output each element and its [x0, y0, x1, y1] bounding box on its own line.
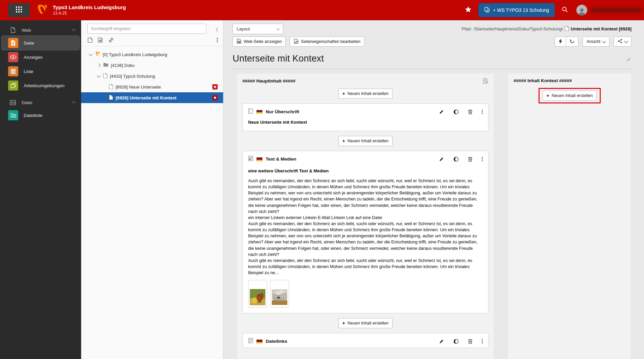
view-page-icon	[237, 39, 241, 45]
tree-node-neue-unterseite[interactable]: [6926] Neue Unterseite	[81, 81, 223, 92]
module-item-liste[interactable]: Liste	[0, 64, 81, 78]
trash-icon[interactable]	[468, 339, 473, 344]
copy-docs-icon	[484, 7, 490, 14]
tree-search-row	[81, 20, 223, 34]
more-options-kebab-icon[interactable]	[482, 111, 483, 112]
module-item-anzeigen[interactable]: Anzeigen	[0, 50, 81, 64]
tree-node-doku[interactable]: [4136] Doku	[81, 60, 223, 71]
page-icon	[109, 95, 113, 101]
visibility-toggle-icon[interactable]	[453, 339, 459, 344]
tree-more-options-button[interactable]	[217, 40, 218, 41]
site-title: Typo3 Landkreis Ludwigsburg	[53, 4, 126, 11]
lightning-icon	[558, 39, 563, 45]
edit-title-pencil-icon[interactable]	[626, 57, 631, 64]
new-content-button-bottom[interactable]: + Neuen Inhalt erstellen	[338, 318, 393, 328]
edit-pencil-icon[interactable]	[439, 109, 444, 114]
textmedia-content-type-icon	[248, 155, 253, 163]
user-avatar[interactable]	[576, 5, 587, 16]
module-menu-toggle-button[interactable]	[8, 3, 30, 17]
view-menu-button[interactable]: Ansicht	[582, 37, 610, 47]
module-item-seite[interactable]: Seite	[2, 36, 79, 50]
more-options-kebab-icon[interactable]	[482, 159, 483, 160]
visibility-toggle-icon[interactable]	[453, 157, 459, 162]
edit-page-properties-button[interactable]: Seiteneigenschaften bearbeiten	[290, 37, 364, 47]
tree-node-label: [0] Typo3 Landkreis Ludwigsburg	[103, 52, 167, 57]
list-module-icon	[8, 66, 18, 76]
tree-node-unterseite-mit-kontext[interactable]: [6928] Unterseite mit Kontext	[81, 92, 223, 103]
new-page-drag-button[interactable]	[98, 37, 103, 43]
media-thumbnail-squirrel	[248, 280, 267, 308]
edit-pencil-icon[interactable]	[439, 339, 444, 344]
main-content-area: Layout Pfad: /Startseite/Hauptmenü/Doku/…	[223, 20, 644, 359]
chevron-left-icon	[216, 28, 219, 31]
german-flag-icon	[256, 339, 263, 343]
path-value: /Startseite/Hauptmenü/Doku/Typo3-Schulun…	[474, 26, 563, 31]
new-content-button-top[interactable]: + Neuen Inhalt erstellen	[338, 89, 393, 99]
refresh-button[interactable]	[566, 37, 578, 47]
content-element-title: Text & Medien	[266, 157, 296, 162]
module-group-web[interactable]: Web	[9, 26, 75, 34]
view-menu-label: Ansicht	[587, 39, 600, 44]
module-menu: Web Seite Anzeigen Liste Arbeitsumgebung…	[0, 20, 81, 359]
chevron-down-icon[interactable]	[89, 54, 93, 55]
chevron-down-icon[interactable]	[97, 75, 101, 77]
edit-page-properties-label: Seiteneigenschaften bearbeiten	[301, 39, 360, 44]
path-prefix: Pfad:	[461, 26, 472, 31]
view-webpage-button[interactable]: Web-Seite anzeigen	[233, 37, 286, 47]
chevron-right-icon[interactable]	[97, 64, 101, 67]
layout-select[interactable]: Layout	[233, 24, 283, 34]
module-group-web-label: Web	[22, 28, 31, 33]
search-button[interactable]	[558, 3, 572, 17]
header-content-type-icon	[248, 108, 253, 115]
tree-node-typo3-schulung[interactable]: [4433] Typo3-Schulung	[81, 71, 223, 81]
star-icon	[464, 6, 472, 15]
module-item-seite-label: Seite	[24, 41, 34, 46]
module-item-dateiliste[interactable]: Dateiliste	[0, 108, 81, 122]
share-menu-button[interactable]	[614, 37, 631, 47]
red-highlight-annotation: + Neuen Inhalt erstellen	[539, 88, 601, 103]
content-element-header[interactable]: Nur Überschrift Neue Unterseite mit Kont…	[242, 103, 488, 131]
tree-toolbar	[81, 34, 223, 46]
new-content-button-middle[interactable]: + Neuen Inhalt erstellen	[338, 136, 393, 146]
current-page-ref: Unterseite mit Kontext [6928]	[571, 26, 631, 31]
web-group-icon	[9, 27, 16, 33]
workspace-button[interactable]: + WS TYPO3 13 Schulung	[478, 3, 555, 17]
tree-search-input[interactable]	[87, 24, 206, 34]
collapse-tree-button[interactable]	[216, 26, 219, 32]
site-identity: Typo3 Landkreis Ludwigsburg 13.4.25	[53, 4, 126, 16]
module-group-datei[interactable]: Datei	[9, 98, 75, 107]
new-page-button[interactable]	[88, 37, 93, 43]
user-name-redacted[interactable]	[591, 8, 642, 13]
page-tree-panel: [0] Typo3 Landkreis Ludwigsburg [4136] D…	[81, 20, 223, 359]
module-item-dateiliste-label: Dateiliste	[24, 113, 43, 118]
page-icon	[109, 84, 113, 90]
favorites-button[interactable]	[461, 3, 475, 17]
textmedia-heading: eine weitere Überschrift Text & Medien	[248, 168, 483, 174]
title-divider	[233, 69, 631, 69]
folder-icon	[103, 63, 109, 68]
chevron-up-icon	[72, 29, 75, 32]
edit-column-records-icon[interactable]	[483, 78, 488, 84]
module-item-arbeitsumgebungen-label: Arbeitsumgebungen	[24, 83, 65, 88]
module-group-datei-label: Datei	[22, 100, 32, 105]
clear-cache-button[interactable]	[555, 37, 566, 47]
more-options-kebab-icon[interactable]	[482, 341, 483, 342]
tree-node-root[interactable]: [0] Typo3 Landkreis Ludwigsburg	[81, 49, 223, 60]
chevron-down-icon	[602, 39, 606, 43]
new-content-button-context[interactable]: + Neuen Inhalt erstellen	[543, 91, 597, 101]
content-element-textmedia[interactable]: Text & Medien eine weitere Überschrift T…	[242, 151, 488, 313]
link-icon[interactable]	[108, 37, 114, 43]
content-element-filelinks[interactable]: Dateilinks	[242, 333, 488, 348]
textmedia-paragraph-2: Auch gibt es niemanden, der den Schmerz …	[248, 221, 483, 258]
new-content-label: Neuen Inhalt erstellen	[552, 93, 593, 98]
trash-icon[interactable]	[468, 109, 473, 115]
trash-icon[interactable]	[468, 157, 473, 162]
column-hauptinhalt: ##### Hauptinhalt ##### + Neuen Inhalt e…	[237, 73, 494, 359]
module-item-arbeitsumgebungen[interactable]: Arbeitsumgebungen	[0, 78, 81, 93]
column-inhalt-kontext-title: ##### Inhalt Kontext #####	[514, 78, 572, 83]
visibility-toggle-icon[interactable]	[453, 109, 459, 115]
textmedia-paragraph-3: Auch gibt es niemanden, der den Schmerz …	[248, 258, 483, 276]
new-content-label: Neuen Inhalt erstellen	[348, 91, 389, 96]
page-module-icon	[8, 38, 18, 48]
edit-pencil-icon[interactable]	[439, 157, 444, 162]
